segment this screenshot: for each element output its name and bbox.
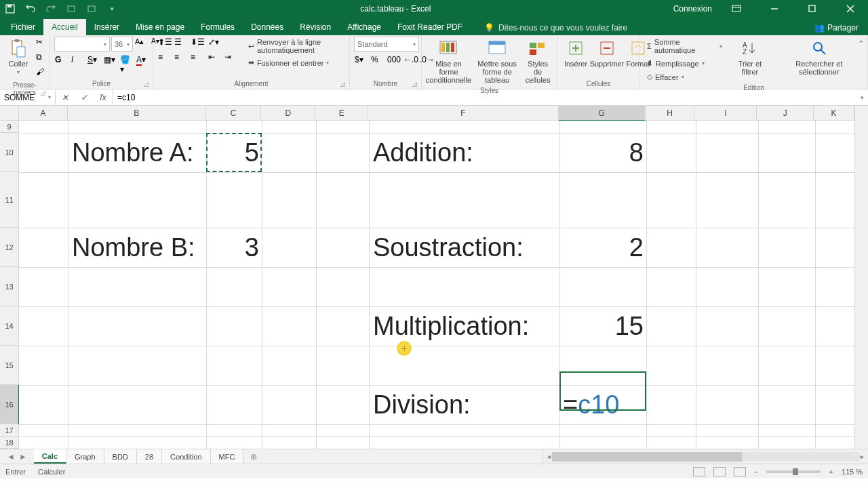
number-launcher-icon[interactable]: ◿ [412, 81, 417, 87]
tab-accueil[interactable]: Accueil [43, 19, 86, 35]
cell-b10[interactable]: Nombre A: [72, 133, 208, 172]
zoom-level[interactable]: 115 % [842, 468, 863, 476]
save-icon[interactable] [4, 3, 16, 15]
wrap-text-button[interactable]: ↩Renvoyer à la ligne automatiquement [245, 37, 345, 56]
add-sheet-icon[interactable]: ⊕ [243, 449, 264, 464]
autosum-button[interactable]: ΣSomme automatique▾ [644, 37, 725, 56]
spreadsheet-grid[interactable]: ABCDEFGHIJK 910111213141516171819 Nombre… [0, 106, 868, 449]
align-top-icon[interactable]: ⬆☰ [157, 37, 172, 50]
font-launcher-icon[interactable]: ◿ [144, 81, 149, 87]
percent-icon[interactable]: % [370, 54, 385, 68]
tab-donnees[interactable]: Données [243, 19, 292, 35]
format-table-button[interactable]: Mettre sous forme de tableau [474, 37, 520, 85]
col-header-J[interactable]: J [757, 106, 814, 121]
comma-icon[interactable]: 000 [387, 54, 401, 68]
cell-f14[interactable]: Multiplication: [373, 306, 559, 346]
delete-cells-button[interactable]: Supprimer [593, 37, 621, 69]
col-header-A[interactable]: A [19, 106, 68, 121]
sheet-tab-bdd[interactable]: BDD [104, 449, 137, 464]
row-header-12[interactable]: 12 [0, 228, 19, 267]
copy-icon[interactable]: ⧉ [35, 52, 50, 65]
zoom-out-icon[interactable]: − [754, 468, 758, 476]
conditional-format-button[interactable]: Mise en forme conditionnelle [426, 37, 471, 85]
row-header-13[interactable]: 13 [0, 267, 19, 306]
align-center-icon[interactable]: ≡ [174, 52, 189, 65]
cell-g10[interactable]: 8 [559, 133, 644, 172]
currency-icon[interactable]: $▾ [354, 54, 369, 68]
row-header-10[interactable]: 10 [0, 133, 19, 172]
redo-icon[interactable] [45, 3, 57, 15]
row-header-15[interactable]: 15 [0, 346, 19, 385]
zoom-slider[interactable] [766, 470, 821, 473]
tab-mise-en-page[interactable]: Mise en page [127, 19, 193, 35]
grow-font-icon[interactable]: A▴ [134, 37, 149, 50]
align-right-icon[interactable]: ≡ [190, 52, 205, 65]
maximize-icon[interactable] [799, 0, 826, 18]
undo-icon[interactable] [24, 3, 37, 15]
number-format-combo[interactable]: Standard▾ [354, 37, 419, 52]
bold-icon[interactable]: G [54, 54, 69, 68]
row-header-11[interactable]: 11 [0, 172, 19, 228]
row-header-14[interactable]: 14 [0, 306, 19, 346]
increase-decimal-icon[interactable]: ←.0 [403, 54, 418, 68]
fill-color-icon[interactable]: 🪣▾ [119, 54, 134, 68]
row-header-9[interactable]: 9 [0, 121, 19, 133]
cell-f10[interactable]: Addition: [373, 133, 559, 172]
cell-c12[interactable]: 3 [206, 228, 259, 267]
increase-indent-icon[interactable]: ⇥ [224, 52, 239, 65]
fill-button[interactable]: ⬇Remplissage▾ [644, 58, 725, 69]
col-header-F[interactable]: F [368, 106, 559, 121]
clipboard-launcher-icon[interactable]: ◿ [41, 89, 45, 96]
sheet-tab-graph[interactable]: Graph [66, 449, 104, 464]
cell-g16-editing[interactable]: =c10 [563, 385, 619, 424]
close-icon[interactable] [837, 0, 864, 18]
cell-c10[interactable]: 5 [206, 133, 259, 172]
col-header-E[interactable]: E [315, 106, 368, 121]
qat-button-2[interactable] [85, 3, 98, 15]
cell-f12[interactable]: Soustraction: [373, 228, 559, 267]
cell-g12[interactable]: 2 [559, 228, 644, 267]
insert-cells-button[interactable]: Insérer [561, 37, 590, 69]
align-left-icon[interactable]: ≡ [157, 52, 172, 65]
tab-foxit[interactable]: Foxit Reader PDF [389, 19, 471, 35]
find-select-button[interactable]: Rechercher et sélectionner [775, 37, 863, 77]
share-button[interactable]: 👥 Partager [808, 20, 865, 35]
qat-customize-icon[interactable]: ▾ [106, 3, 118, 15]
cell-b12[interactable]: Nombre B: [72, 228, 208, 267]
align-launcher-icon[interactable]: ◿ [340, 81, 345, 87]
orientation-icon[interactable]: ⤢▾ [208, 37, 222, 50]
sheet-tab-mfc[interactable]: MFC [211, 449, 244, 464]
sort-filter-button[interactable]: AZTrier et filtrer [728, 37, 772, 77]
ribbon-display-icon[interactable] [723, 0, 750, 18]
page-layout-view-icon[interactable] [713, 467, 726, 476]
col-header-G[interactable]: G [559, 106, 646, 121]
sheet-tab-calc[interactable]: Calc [34, 449, 66, 464]
paste-button[interactable]: Coller ▾ [4, 37, 33, 77]
prev-sheet-icon[interactable]: ◄ [7, 452, 15, 462]
select-all-corner[interactable] [0, 106, 19, 121]
cell-g14[interactable]: 15 [559, 306, 644, 346]
col-header-D[interactable]: D [261, 106, 315, 121]
col-header-K[interactable]: K [814, 106, 854, 121]
tell-me-search[interactable]: 💡 Dites-nous ce que vous voulez faire [479, 20, 633, 35]
sheet-tab-28[interactable]: 28 [137, 449, 162, 464]
align-bottom-icon[interactable]: ⬇☰ [190, 37, 205, 50]
font-name-combo[interactable]: ▾ [54, 37, 110, 52]
font-color-icon[interactable]: A▾ [136, 54, 151, 68]
row-header-16[interactable]: 16 [0, 385, 19, 424]
italic-icon[interactable]: I [71, 54, 85, 68]
col-header-H[interactable]: H [646, 106, 695, 121]
tab-inserer[interactable]: Insérer [86, 19, 127, 35]
cell-styles-button[interactable]: Styles de cellules [523, 37, 553, 85]
format-painter-icon[interactable]: 🖌 [35, 66, 50, 80]
normal-view-icon[interactable] [693, 467, 705, 476]
minimize-icon[interactable] [761, 0, 788, 18]
vertical-scrollbar[interactable] [854, 106, 868, 449]
cancel-formula-icon[interactable]: ✕ [56, 89, 75, 105]
zoom-in-icon[interactable]: + [829, 468, 833, 476]
decrease-indent-icon[interactable]: ⇤ [208, 52, 222, 65]
cut-icon[interactable]: ✂ [35, 37, 50, 50]
horizontal-scrollbar[interactable]: ◄ ► [542, 449, 868, 464]
signin-link[interactable]: Connexion [673, 4, 712, 14]
tab-revision[interactable]: Révision [292, 19, 339, 35]
